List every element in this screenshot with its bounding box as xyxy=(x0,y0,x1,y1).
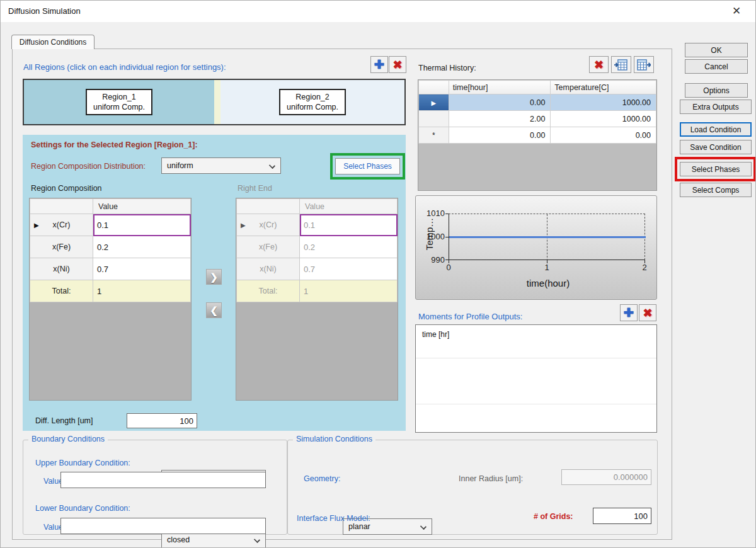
region-2-sub: uniform Comp. xyxy=(287,102,338,112)
thermal-import-button[interactable] xyxy=(611,56,631,73)
right-end-table: Value ▶ x(Cr) 0.1 x(Fe) 0.2 x(Ni) 0.7 To… xyxy=(236,198,398,302)
row-header[interactable] xyxy=(419,111,449,127)
y-tick-1010: 1010 xyxy=(420,208,445,218)
cancel-button[interactable]: Cancel xyxy=(685,59,748,74)
table-row-total: Total: 1 xyxy=(237,280,398,302)
right-end-grid: Value ▶ x(Cr) 0.1 x(Fe) 0.2 x(Ni) 0.7 To… xyxy=(236,198,398,401)
tab-diffusion-conditions[interactable]: Diffusion Conditions xyxy=(11,35,94,49)
temperature-cell[interactable]: 0.00 xyxy=(551,127,656,144)
upper-boundary-label: Upper Boundary Condition: xyxy=(35,459,130,467)
time-column-header: time[hour] xyxy=(449,81,551,94)
title-bar xyxy=(1,1,755,22)
chevron-down-icon xyxy=(269,163,275,169)
dialog-diffusion-simulation: Diffusion Simulation ✕ Diffusion Conditi… xyxy=(0,0,756,548)
add-icon: ✚ xyxy=(374,57,384,72)
options-button[interactable]: Options xyxy=(685,83,748,98)
add-moment-button[interactable]: ✚ xyxy=(620,304,638,321)
thermal-history-label: Thermal History: xyxy=(418,64,476,72)
add-icon: ✚ xyxy=(624,305,634,320)
distribution-value: uniform xyxy=(167,161,193,170)
value-column-header: Value xyxy=(300,199,398,214)
ok-button[interactable]: OK xyxy=(685,43,748,57)
geometry-label: Geometry: xyxy=(304,474,340,483)
table-row: * 0.00 0.00 xyxy=(419,127,656,144)
upper-value-input[interactable] xyxy=(60,472,266,488)
region-1-area[interactable]: Region_1 uniform Comp. xyxy=(24,80,214,124)
chart-plot-area xyxy=(449,214,645,260)
xcr-value-cell[interactable]: 0.1 xyxy=(300,214,398,236)
delete-region-button[interactable]: ✖ xyxy=(389,56,406,73)
corner-header xyxy=(237,199,300,214)
interface-flux-label: Interface Flux Model: xyxy=(297,514,370,523)
region-1-sub: uniform Comp. xyxy=(93,102,145,112)
xcr-value-cell[interactable]: 0.1 xyxy=(93,214,191,236)
xni-value-cell[interactable]: 0.7 xyxy=(93,258,191,280)
region-2-area[interactable]: Region_2 uniform Comp. xyxy=(220,80,404,124)
corner-header xyxy=(30,199,93,214)
row-header-xni: x(Ni) xyxy=(30,258,93,280)
current-row-icon: ▶ xyxy=(34,222,39,229)
lower-boundary-value: closed xyxy=(167,535,190,544)
delete-moment-button[interactable]: ✖ xyxy=(639,304,656,321)
temperature-series-line xyxy=(449,236,646,238)
lower-value-input[interactable] xyxy=(60,518,266,534)
close-icon[interactable]: ✕ xyxy=(729,4,744,18)
temperature-cell[interactable]: 1000.00 xyxy=(551,94,656,111)
moments-label: Moments for Profile Outputs: xyxy=(418,312,522,321)
time-cell[interactable]: 0.00 xyxy=(449,127,551,144)
temperature-column-header: Temperature[C] xyxy=(551,81,656,94)
extra-outputs-button[interactable]: Extra Outputs xyxy=(680,100,752,114)
thermal-delete-button[interactable]: ✖ xyxy=(589,56,609,73)
distribution-combobox[interactable]: uniform xyxy=(161,157,281,174)
new-row-icon: * xyxy=(432,131,435,140)
xni-value-cell[interactable]: 0.7 xyxy=(300,258,398,280)
y-tick-1000: 1000 xyxy=(420,232,445,241)
region-2-box[interactable]: Region_2 uniform Comp. xyxy=(279,89,346,115)
select-comps-button[interactable]: Select Comps xyxy=(680,183,752,197)
select-phases-button[interactable]: Select Phases xyxy=(680,162,752,176)
add-region-button[interactable]: ✚ xyxy=(370,56,388,73)
diff-length-input[interactable] xyxy=(127,413,197,428)
current-row-icon: ▶ xyxy=(432,100,437,106)
moments-listbox[interactable]: time [hr] xyxy=(415,324,657,433)
save-condition-button[interactable]: Save Condition xyxy=(680,140,752,154)
region-strip: Region_1 uniform Comp. Region_2 uniform … xyxy=(23,79,406,125)
inner-radius-label: Inner Radius [um]: xyxy=(459,474,523,483)
copy-left-button[interactable]: ❮ xyxy=(206,302,222,318)
grids-label: # of Grids: xyxy=(534,512,573,521)
xfe-value-cell[interactable]: 0.2 xyxy=(93,236,191,258)
table-row: ▶ 0.00 1000.00 xyxy=(419,94,656,111)
region-1-name: Region_1 xyxy=(93,92,145,102)
time-cell[interactable]: 2.00 xyxy=(449,111,551,127)
grids-input[interactable] xyxy=(593,508,651,524)
region-1-box[interactable]: Region_1 uniform Comp. xyxy=(86,89,152,115)
region-composition-table: Value ▶ x(Cr) 0.1 x(Fe) 0.2 x(Ni) 0.7 To… xyxy=(30,198,191,302)
new-row-header[interactable]: * xyxy=(419,127,449,144)
diff-length-label: Diff. Length [um] xyxy=(35,416,93,425)
time-cell[interactable]: 0.00 xyxy=(449,94,551,111)
load-condition-button[interactable]: Load Condition xyxy=(680,122,752,137)
x-tick-1: 1 xyxy=(534,263,559,272)
temperature-cell[interactable]: 1000.00 xyxy=(551,111,656,127)
chevron-left-icon: ❮ xyxy=(210,305,218,316)
table-row: x(Ni) 0.7 xyxy=(237,258,398,280)
x-tick-2: 2 xyxy=(632,263,657,272)
lower-boundary-label: Lower Boundary Condition: xyxy=(35,504,130,513)
thermal-history-table: time[hour] Temperature[C] ▶ 0.00 1000.00… xyxy=(418,80,656,144)
table-import-icon xyxy=(614,59,628,71)
boundary-conditions-title: Boundary Conditions xyxy=(28,435,108,443)
inner-radius-input: 0.000000 xyxy=(561,469,651,485)
list-item[interactable]: time [hr] xyxy=(416,325,656,339)
simulation-conditions-title: Simulation Conditions xyxy=(293,435,375,443)
x-tick-0: 0 xyxy=(436,263,461,272)
all-regions-label: All Regions (click on each individual re… xyxy=(23,62,226,72)
selected-row-header[interactable]: ▶ xyxy=(419,94,449,111)
chevron-right-icon: ❯ xyxy=(210,271,218,283)
delete-icon: ✖ xyxy=(643,306,652,320)
select-phases-inline-button[interactable]: Select Phases xyxy=(335,158,400,174)
row-header-xcr: ▶ x(Cr) xyxy=(30,214,93,236)
xfe-value-cell[interactable]: 0.2 xyxy=(300,236,398,258)
copy-right-button[interactable]: ❯ xyxy=(206,269,222,285)
total-value: 1 xyxy=(93,280,191,302)
thermal-export-button[interactable] xyxy=(634,56,654,73)
